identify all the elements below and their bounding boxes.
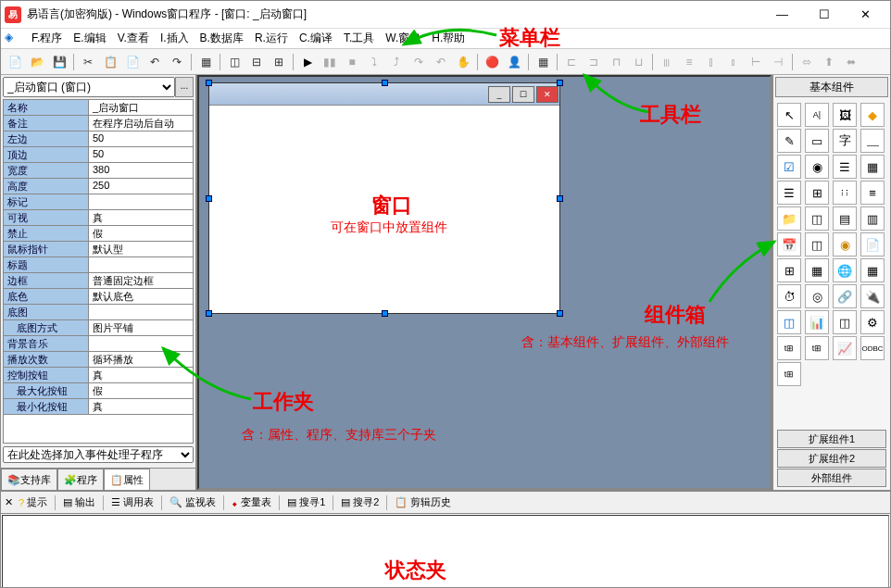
tab-calltable[interactable]: ☰调用表 <box>106 494 159 511</box>
property-value[interactable]: 图片平铺 <box>89 320 193 335</box>
align4-icon[interactable]: ⊔ <box>628 52 648 72</box>
window-icon[interactable]: ▦ <box>195 52 216 72</box>
dist4-icon[interactable]: ⫾ <box>723 52 744 72</box>
resize-handle[interactable] <box>557 80 563 86</box>
dist1-icon[interactable]: ⫼ <box>657 52 677 72</box>
comp-icon[interactable]: ◎ <box>805 284 829 308</box>
event-selector[interactable]: 在此处选择加入事件处理子程序 <box>3 446 194 463</box>
property-row[interactable]: 底图 <box>4 305 193 320</box>
property-row[interactable]: 最小化按钮真 <box>4 399 193 415</box>
property-value[interactable]: 假 <box>89 383 193 398</box>
align3-icon[interactable]: ⊓ <box>606 52 626 72</box>
comp-icon[interactable]: t⊞ <box>777 362 801 386</box>
bp-icon[interactable]: 🔴 <box>482 52 502 72</box>
resize-handle[interactable] <box>382 80 388 86</box>
paste-icon[interactable]: 📄 <box>122 52 143 72</box>
property-value[interactable] <box>89 305 193 319</box>
dist3-icon[interactable]: ⫿ <box>701 52 722 72</box>
comp-icon[interactable]: 🔌 <box>860 284 885 308</box>
property-value[interactable]: 真 <box>89 210 193 225</box>
component-title[interactable]: 基本组件 <box>775 77 888 97</box>
net-icon[interactable]: 🌐 <box>833 258 857 282</box>
layout3-icon[interactable]: ⊞ <box>269 52 289 72</box>
table-icon[interactable]: ▦ <box>860 155 885 179</box>
ext-comp2-button[interactable]: 扩展组件2 <box>777 449 886 468</box>
cut-icon[interactable]: ✂ <box>78 52 98 72</box>
save-icon[interactable]: 💾 <box>49 52 69 72</box>
designer-canvas[interactable]: _ ☐ ✕ <box>197 75 772 490</box>
tab-output[interactable]: ▤输出 <box>57 494 101 511</box>
design-body[interactable] <box>209 106 559 313</box>
property-row[interactable]: 播放次数循环播放 <box>4 352 193 368</box>
property-row[interactable]: 底图方式图片平铺 <box>4 320 193 336</box>
calendar-icon[interactable]: 📅 <box>777 232 801 256</box>
label-icon[interactable]: A| <box>805 103 829 127</box>
redo-icon[interactable]: ↷ <box>167 52 187 72</box>
property-value[interactable] <box>89 257 193 272</box>
step3-icon[interactable]: ↷ <box>408 52 429 72</box>
pause-icon[interactable]: ▮▮ <box>320 52 340 72</box>
menu-run[interactable]: R.运行 <box>250 29 293 48</box>
undo-icon[interactable]: ↶ <box>144 52 165 72</box>
comp-icon[interactable]: ◫ <box>805 206 829 231</box>
ellipsis-button[interactable]: ... <box>175 77 194 97</box>
person-icon[interactable]: 👤 <box>504 52 524 72</box>
comp-icon[interactable]: ◉ <box>833 232 857 256</box>
size1-icon[interactable]: ⬄ <box>797 52 817 72</box>
doc-icon[interactable]: 📄 <box>860 232 885 256</box>
design-window[interactable]: _ ☐ ✕ <box>208 82 560 314</box>
chart-icon[interactable]: 📈 <box>833 336 857 360</box>
comp-icon[interactable]: ◫ <box>805 232 829 256</box>
tab-tips[interactable]: ?提示 <box>13 494 53 511</box>
list-icon[interactable]: ☰ <box>833 155 857 179</box>
folder-icon[interactable]: 📁 <box>777 206 801 231</box>
comp-icon[interactable]: ▥ <box>860 206 885 231</box>
comp-icon[interactable]: ⊞ <box>805 181 829 205</box>
property-value[interactable]: 50 <box>89 147 193 162</box>
comp-icon[interactable]: ▤ <box>833 206 857 231</box>
timer-icon[interactable]: ⏱ <box>777 284 801 308</box>
property-row[interactable]: 左边50 <box>4 131 193 147</box>
property-value[interactable]: 普通固定边框 <box>89 273 193 288</box>
property-row[interactable]: 底色默认底色 <box>4 289 193 305</box>
property-value[interactable]: 在程序启动后自动 <box>89 116 193 131</box>
grid-icon[interactable]: ⊞ <box>777 258 801 282</box>
property-row[interactable]: 标记 <box>4 194 193 210</box>
tab-support-lib[interactable]: 📚支持库 <box>1 469 57 490</box>
property-row[interactable]: 备注在程序启动后自动 <box>4 116 193 131</box>
menu-edit[interactable]: E.编辑 <box>69 29 110 48</box>
property-value[interactable]: 默认底色 <box>89 289 193 304</box>
frame-icon[interactable]: ▭ <box>805 129 829 153</box>
open-icon[interactable]: 📂 <box>27 52 47 72</box>
step4-icon[interactable]: ↶ <box>431 52 451 72</box>
property-row[interactable]: 控制按钮真 <box>4 368 193 383</box>
property-row[interactable]: 鼠标指针默认型 <box>4 242 193 257</box>
shape-icon[interactable]: ◆ <box>860 103 885 127</box>
edit-icon[interactable]: ✎ <box>777 129 801 153</box>
property-row[interactable]: 名称_启动窗口 <box>4 100 193 116</box>
menu-window[interactable]: W.窗口 <box>381 29 425 48</box>
design-max-button[interactable]: ☐ <box>512 86 534 103</box>
property-row[interactable]: 宽度380 <box>4 163 193 179</box>
menu-help[interactable]: H.帮助 <box>427 29 470 48</box>
property-row[interactable]: 标题 <box>4 257 193 273</box>
property-value[interactable]: 真 <box>89 399 193 414</box>
output-area[interactable] <box>2 515 889 588</box>
resize-handle[interactable] <box>557 310 563 317</box>
align2-icon[interactable]: ⊐ <box>584 52 604 72</box>
property-row[interactable]: 背景音乐 <box>4 336 193 352</box>
step2-icon[interactable]: ⤴ <box>386 52 407 72</box>
tab-clip[interactable]: 📋剪辑历史 <box>389 494 457 511</box>
tab-watch[interactable]: 🔍监视表 <box>164 494 221 511</box>
new-icon[interactable]: 📄 <box>5 52 25 72</box>
align1-icon[interactable]: ⊏ <box>561 52 582 72</box>
menu-tools[interactable]: T.工具 <box>339 29 379 48</box>
menu-view[interactable]: V.查看 <box>113 29 154 48</box>
comp-icon[interactable]: ⚙ <box>860 310 885 334</box>
size3-icon[interactable]: ⬌ <box>841 52 861 72</box>
layout2-icon[interactable]: ⊟ <box>246 52 267 72</box>
property-value[interactable]: _启动窗口 <box>89 100 193 115</box>
design-min-button[interactable]: _ <box>488 86 510 103</box>
cursor-icon[interactable]: ↖ <box>777 103 801 127</box>
property-row[interactable]: 禁止假 <box>4 226 193 242</box>
